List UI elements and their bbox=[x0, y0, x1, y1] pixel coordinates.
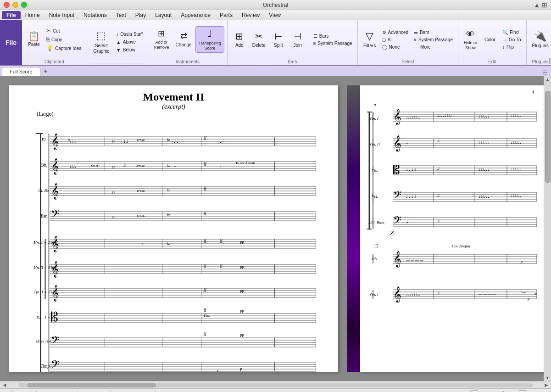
ribbon: File 📋 Paste ✂ Cut ⎘ Copy 💡 Capture Idea bbox=[0, 20, 551, 66]
cut-button[interactable]: ✂ Cut bbox=[44, 27, 84, 35]
svg-text:𝄞: 𝄞 bbox=[51, 134, 59, 150]
goto-button[interactable]: → Go To bbox=[500, 36, 523, 43]
svg-text:𝄢: 𝄢 bbox=[393, 189, 401, 203]
svg-text:♩♩♩♩♩♩♩♩: ♩♩♩♩♩♩♩♩ bbox=[406, 115, 421, 119]
bars-select-button[interactable]: ☰ Bars bbox=[412, 29, 455, 36]
scroll-down-icon[interactable]: ▼ bbox=[545, 375, 550, 380]
below-button[interactable]: ▼ Below bbox=[114, 46, 145, 54]
paste-icon: 📋 bbox=[28, 32, 40, 41]
horizontal-scrollbar[interactable]: ◀ ▶ bbox=[0, 381, 551, 388]
system-passage-select-button[interactable]: ≡ System Passage bbox=[412, 36, 455, 43]
svg-text:𝅗𝅥      𝅗𝅥: 𝅗𝅥 𝅗𝅥 bbox=[437, 291, 440, 295]
scroll-left-icon[interactable]: ◀ bbox=[0, 382, 9, 387]
up-icon: ▲ bbox=[534, 1, 540, 9]
score-notation-svg: Fl. 𝄞 𝄪 pp cresc. fz ff bbox=[9, 118, 338, 372]
advanced-button[interactable]: ⚙ Advanced bbox=[380, 29, 411, 36]
svg-text:pp: pp bbox=[112, 165, 116, 169]
svg-text:Vcl.: Vcl. bbox=[372, 194, 378, 199]
tab-full-score[interactable]: Full Score bbox=[2, 67, 40, 76]
add-remove-icon: ⊞ bbox=[158, 29, 165, 39]
menu-home[interactable]: Home bbox=[21, 11, 45, 19]
filters-button[interactable]: ▽ Filters bbox=[361, 29, 379, 50]
zoom-in-button[interactable]: + bbox=[519, 390, 527, 392]
hide-show-button[interactable]: 👁 Hide orShow bbox=[461, 27, 480, 52]
svg-text:𝅗𝅥      ♩: 𝅗𝅥 ♩ bbox=[406, 220, 408, 224]
vertical-scrollbar[interactable]: ▲ ▼ bbox=[544, 76, 551, 381]
add-remove-button[interactable]: ⊞ Add orRemove bbox=[151, 28, 172, 51]
plugins-group: 🔌 Plug-ins Plug-ins bbox=[527, 20, 551, 65]
all-button[interactable]: ◻ All bbox=[380, 36, 411, 43]
find-button[interactable]: 🔍 Find bbox=[500, 29, 523, 36]
svg-text:dim.: dim. bbox=[521, 291, 527, 294]
ossia-icon: ♪ bbox=[116, 32, 119, 37]
color-button[interactable]: Color bbox=[481, 35, 499, 44]
select-graphic-icon: ⬚ bbox=[96, 30, 106, 42]
menu-text[interactable]: Text bbox=[111, 11, 131, 19]
svg-text:cresc.: cresc. bbox=[137, 138, 146, 142]
svg-text:𝄢: 𝄢 bbox=[51, 358, 59, 372]
split-button[interactable]: ⊢ Split bbox=[269, 29, 288, 50]
svg-text:ff: ff bbox=[204, 308, 207, 313]
svg-text:Bsn.: Bsn. bbox=[41, 213, 49, 218]
menu-play[interactable]: Play bbox=[131, 11, 150, 19]
flip-button[interactable]: ↕ Flip bbox=[500, 44, 523, 50]
bars-submenu-button[interactable]: ☰ Bars bbox=[311, 33, 355, 39]
transposing-score-button[interactable]: ♩ TransposingScore bbox=[195, 26, 224, 53]
capture-button[interactable]: 💡 Capture Idea bbox=[44, 44, 84, 52]
zoom-out-button[interactable]: − bbox=[470, 390, 479, 392]
svg-text:𝅗𝅥       —: 𝅗𝅥 — bbox=[220, 163, 225, 168]
menu-note-input[interactable]: Note Input bbox=[45, 11, 79, 19]
scroll-right-icon[interactable]: ▶ bbox=[542, 382, 551, 387]
maximize-button[interactable] bbox=[21, 2, 27, 8]
paste-button[interactable]: 📋 Paste bbox=[25, 30, 43, 49]
svg-text:ff: ff bbox=[204, 136, 207, 141]
menu-view[interactable]: View bbox=[264, 11, 285, 19]
svg-text:Timp.: Timp. bbox=[41, 364, 51, 369]
add-bars-icon: ⊞ bbox=[235, 31, 243, 42]
svg-text:𝄎: 𝄎 bbox=[390, 229, 394, 238]
ossia-staff-button[interactable]: ♪ Ossia Staff bbox=[114, 31, 145, 38]
vscroll-thumb[interactable] bbox=[545, 91, 551, 183]
svg-text:pp: pp bbox=[112, 139, 116, 143]
select-graphic-label bbox=[90, 63, 145, 64]
bars-label: Bars bbox=[230, 58, 355, 64]
add-bars-button[interactable]: ⊞ Add bbox=[230, 29, 249, 50]
svg-text:♩♩♩♩: ♩♩♩♩ bbox=[69, 164, 77, 169]
ribbon-expand-button[interactable]: ▲ bbox=[549, 58, 551, 64]
close-button[interactable] bbox=[4, 2, 10, 8]
above-button[interactable]: ▲ Above bbox=[114, 39, 145, 46]
system-passage-button[interactable]: ≡ System Passage bbox=[311, 40, 355, 47]
menu-parts[interactable]: Parts bbox=[215, 11, 237, 19]
change-button[interactable]: ⇄ Change bbox=[173, 30, 195, 49]
change-icon: ⇄ bbox=[180, 31, 187, 41]
plugins-button[interactable]: 🔌 Plug-ins bbox=[529, 29, 551, 50]
svg-text:♩ ♩ ♩ ♩: ♩ ♩ ♩ ♩ bbox=[406, 195, 416, 199]
svg-text:To Cor Anglais: To Cor Anglais bbox=[236, 161, 256, 165]
menu-appearance[interactable]: Appearance bbox=[176, 11, 215, 19]
file-button[interactable]: File bbox=[0, 20, 22, 65]
svg-text:𝅗𝅥 𝅗𝅥: 𝅗𝅥 𝅗𝅥 bbox=[123, 163, 126, 168]
menu-layout[interactable]: Layout bbox=[150, 11, 176, 19]
copy-button[interactable]: ⎘ Copy bbox=[44, 35, 84, 44]
scroll-up-icon[interactable]: ▲ bbox=[545, 77, 550, 82]
more-button[interactable]: ⋯ More bbox=[412, 44, 455, 50]
add-tab-button[interactable]: + bbox=[40, 67, 51, 76]
menu-file[interactable]: File bbox=[2, 11, 21, 19]
svg-text:pp: pp bbox=[240, 308, 244, 313]
svg-text:ff: ff bbox=[220, 264, 223, 269]
none-button[interactable]: ◯ None bbox=[380, 44, 411, 50]
edit-label: Edit bbox=[461, 58, 523, 64]
svg-text:𝄡: 𝄡 bbox=[51, 310, 58, 324]
minimize-button[interactable] bbox=[12, 2, 18, 8]
svg-text:p: p bbox=[142, 242, 144, 246]
svg-text:♩  ♩: ♩ ♩ bbox=[174, 139, 178, 144]
select-graphic-button[interactable]: ⬚ SelectGraphic bbox=[90, 28, 113, 55]
menu-review[interactable]: Review bbox=[237, 11, 264, 19]
svg-text:pp: pp bbox=[240, 265, 244, 269]
delete-bars-button[interactable]: ✂ Delete bbox=[250, 29, 268, 50]
tab-menu-button[interactable]: ☰ bbox=[543, 70, 547, 76]
hscroll-thumb[interactable] bbox=[28, 383, 156, 387]
menu-notations[interactable]: Notations bbox=[79, 11, 111, 19]
join-button[interactable]: ⊣ Join bbox=[289, 29, 307, 50]
window-actions: ▲ ⊞ bbox=[534, 1, 547, 9]
